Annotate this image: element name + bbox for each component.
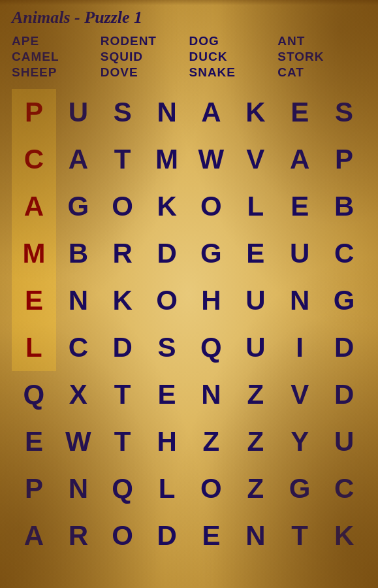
grid-cell-5-1[interactable]: C <box>56 324 101 371</box>
grid-cell-8-7[interactable]: C <box>322 465 366 512</box>
grid-cell-9-4[interactable]: E <box>189 512 234 559</box>
word-item-cat: CAT <box>277 65 366 80</box>
grid-cell-1-2[interactable]: T <box>101 136 145 183</box>
grid-cell-0-3[interactable]: N <box>145 89 189 136</box>
grid-cell-5-2[interactable]: D <box>101 324 145 371</box>
grid-cell-8-0[interactable]: P <box>12 465 56 512</box>
grid-cell-7-3[interactable]: H <box>145 418 189 465</box>
grid-cell-9-6[interactable]: T <box>277 512 322 559</box>
grid-cell-6-5[interactable]: Z <box>233 371 277 418</box>
grid-cell-5-6[interactable]: I <box>277 324 322 371</box>
grid-cell-5-4[interactable]: Q <box>189 324 234 371</box>
grid-cell-3-3[interactable]: D <box>145 230 189 277</box>
grid-cell-2-7[interactable]: B <box>322 183 366 230</box>
grid-cell-7-4[interactable]: Z <box>189 418 234 465</box>
word-item-snake: SNAKE <box>189 65 278 80</box>
grid-cell-0-5[interactable]: K <box>233 89 277 136</box>
grid-cell-0-0[interactable]: P <box>12 89 56 136</box>
word-item-squid: SQUID <box>101 50 189 64</box>
grid-cell-8-5[interactable]: Z <box>233 465 277 512</box>
grid-cell-4-6[interactable]: N <box>277 277 322 324</box>
grid-cell-7-5[interactable]: Z <box>233 418 277 465</box>
grid-cell-1-6[interactable]: A <box>277 136 322 183</box>
grid-cell-6-0[interactable]: Q <box>12 371 56 418</box>
word-item-rodent: RODENT <box>101 34 189 48</box>
grid-cell-0-2[interactable]: S <box>101 89 145 136</box>
grid-cell-8-6[interactable]: G <box>277 465 322 512</box>
puzzle-grid[interactable]: PUSNAKESCATMWVAPAGOKOLEBMBRDGEUCENKOHUNG… <box>12 89 366 559</box>
grid-cell-1-0[interactable]: C <box>12 136 56 183</box>
page-title: Animals - Puzzle 1 <box>12 8 366 27</box>
grid-cell-2-1[interactable]: G <box>56 183 101 230</box>
grid-cell-1-7[interactable]: P <box>322 136 366 183</box>
word-item-dog: DOG <box>189 34 278 48</box>
grid-cell-6-3[interactable]: E <box>145 371 189 418</box>
word-item-ant: ANT <box>277 34 366 48</box>
grid-cell-4-2[interactable]: K <box>101 277 145 324</box>
grid-cell-2-0[interactable]: A <box>12 183 56 230</box>
grid-cell-8-3[interactable]: L <box>145 465 189 512</box>
grid-cell-7-6[interactable]: Y <box>277 418 322 465</box>
grid-cell-3-1[interactable]: B <box>56 230 101 277</box>
grid-cell-3-4[interactable]: G <box>189 230 234 277</box>
grid-cell-9-7[interactable]: K <box>322 512 366 559</box>
grid-cell-8-1[interactable]: N <box>56 465 101 512</box>
grid-cell-5-0[interactable]: L <box>12 324 56 371</box>
grid-cell-6-4[interactable]: N <box>189 371 234 418</box>
grid-cell-5-3[interactable]: S <box>145 324 189 371</box>
grid-cell-6-2[interactable]: T <box>101 371 145 418</box>
grid-cell-5-7[interactable]: D <box>322 324 366 371</box>
grid-cell-8-2[interactable]: Q <box>101 465 145 512</box>
word-item-ape: APE <box>12 34 101 48</box>
grid-cell-3-5[interactable]: E <box>233 230 277 277</box>
grid-cell-4-1[interactable]: N <box>56 277 101 324</box>
word-item-sheep: SHEEP <box>12 65 101 80</box>
grid-cell-8-4[interactable]: O <box>189 465 234 512</box>
grid-cell-3-6[interactable]: U <box>277 230 322 277</box>
word-item-duck: DUCK <box>189 50 278 64</box>
grid-cell-1-3[interactable]: M <box>145 136 189 183</box>
grid-cell-9-2[interactable]: O <box>101 512 145 559</box>
grid-cell-4-0[interactable]: E <box>12 277 56 324</box>
grid-cell-0-1[interactable]: U <box>56 89 101 136</box>
grid-cell-7-0[interactable]: E <box>12 418 56 465</box>
grid-cell-4-3[interactable]: O <box>145 277 189 324</box>
grid-cell-7-7[interactable]: U <box>322 418 366 465</box>
grid-cell-9-1[interactable]: R <box>56 512 101 559</box>
word-item-stork: STORK <box>277 50 366 64</box>
grid-cell-3-2[interactable]: R <box>101 230 145 277</box>
grid-cell-3-7[interactable]: C <box>322 230 366 277</box>
grid-cell-2-2[interactable]: O <box>101 183 145 230</box>
grid-cell-4-5[interactable]: U <box>233 277 277 324</box>
grid-cell-0-7[interactable]: S <box>322 89 366 136</box>
grid-cell-3-0[interactable]: M <box>12 230 56 277</box>
grid-cell-6-7[interactable]: D <box>322 371 366 418</box>
grid-cell-1-4[interactable]: W <box>189 136 234 183</box>
grid-cell-6-1[interactable]: X <box>56 371 101 418</box>
grid-cell-9-3[interactable]: D <box>145 512 189 559</box>
grid-cell-9-5[interactable]: N <box>233 512 277 559</box>
word-item-camel: CAMEL <box>12 50 101 64</box>
grid-cell-1-5[interactable]: V <box>233 136 277 183</box>
grid-cell-6-6[interactable]: V <box>277 371 322 418</box>
grid-cell-2-3[interactable]: K <box>145 183 189 230</box>
word-item-dove: DOVE <box>101 65 189 80</box>
grid-cell-7-1[interactable]: W <box>56 418 101 465</box>
grid-cell-2-5[interactable]: L <box>233 183 277 230</box>
grid-cell-1-1[interactable]: A <box>56 136 101 183</box>
grid-cell-5-5[interactable]: U <box>233 324 277 371</box>
grid-cell-0-6[interactable]: E <box>277 89 322 136</box>
grid-cell-9-0[interactable]: A <box>12 512 56 559</box>
grid-cell-4-4[interactable]: H <box>189 277 234 324</box>
page-container: Animals - Puzzle 1 APERODENTDOGANTCAMELS… <box>0 0 378 588</box>
grid-cell-0-4[interactable]: A <box>189 89 234 136</box>
word-list: APERODENTDOGANTCAMELSQUIDDUCKSTORKSHEEPD… <box>12 34 366 80</box>
grid-cell-7-2[interactable]: T <box>101 418 145 465</box>
grid-cell-2-4[interactable]: O <box>189 183 234 230</box>
grid-cell-4-7[interactable]: G <box>322 277 366 324</box>
grid-cell-2-6[interactable]: E <box>277 183 322 230</box>
